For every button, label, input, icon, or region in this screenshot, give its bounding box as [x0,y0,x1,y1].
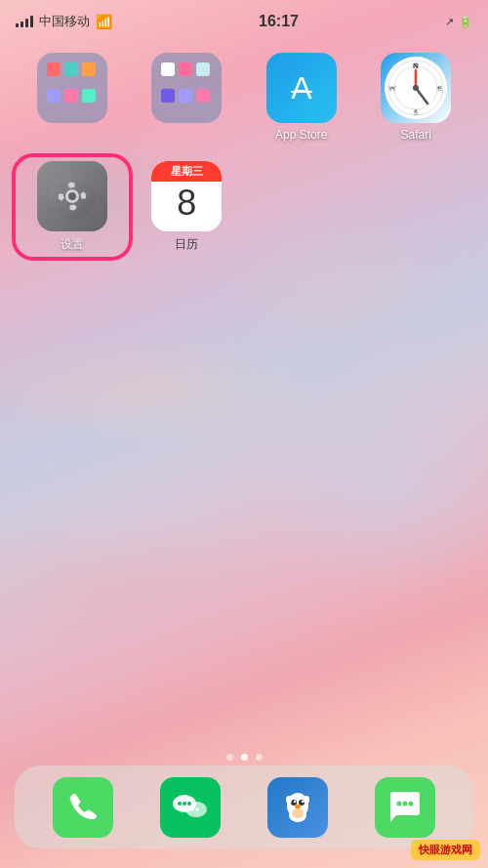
location-icon: ↗ [445,16,454,28]
wifi-icon: 📶 [96,14,112,29]
wechat-logo [169,786,212,829]
app-item-folder2[interactable] [135,53,240,142]
calendar-label: 日历 [175,236,198,253]
svg-point-31 [183,802,186,806]
safari-icon[interactable]: N S W E [381,53,451,123]
calendar-date: 8 [177,184,196,223]
qq-icon[interactable] [267,777,328,838]
svg-point-32 [187,802,191,806]
svg-point-39 [302,800,304,802]
empty-slot-2 [364,161,469,253]
wechat-icon[interactable] [160,777,221,838]
svg-point-38 [294,800,296,802]
svg-point-42 [292,808,304,818]
safari-label: Safari [401,128,431,142]
dock-item-messages[interactable] [375,777,435,838]
appstore-icon[interactable]: A [266,53,337,123]
status-left: 中国移动 📶 [16,13,112,30]
appstore-label: App Store [275,128,327,142]
watermark-text: 快眼游戏网 [419,844,472,855]
svg-point-8 [413,85,419,91]
page-dots [0,754,488,761]
messages-logo [386,789,424,826]
dot-3[interactable] [256,754,263,761]
status-right: ↗ 🔋 [445,16,472,28]
calendar-weekday: 星期三 [151,161,222,182]
clock: 16:17 [259,13,299,30]
svg-point-46 [403,801,408,806]
calendar-icon[interactable]: 星期三 8 [151,161,222,231]
svg-text:S: S [414,108,419,117]
svg-point-34 [195,807,199,811]
dot-2[interactable] [241,754,248,761]
watermark: 快眼游戏网 [411,840,480,860]
app-grid: A App Store N S W [0,43,488,263]
svg-text:A: A [291,70,312,105]
status-bar: 中国移动 📶 16:17 ↗ 🔋 [0,0,488,43]
safari-logo: N S W E [385,57,447,119]
app-item-settings[interactable]: 设置 [20,161,125,253]
dock-item-wechat[interactable] [160,777,221,838]
messages-icon[interactable] [375,777,435,838]
svg-point-43 [286,796,292,804]
empty-slot-1 [249,161,354,253]
gear-icon [49,173,96,220]
calendar-inner: 星期三 8 [151,161,222,231]
dot-1[interactable] [226,754,233,761]
svg-point-19 [68,192,76,200]
qq-logo [276,786,319,829]
app-item-calendar[interactable]: 星期三 8 日历 [135,161,240,253]
app-item-folder1[interactable] [20,53,125,142]
battery-icon: 🔋 [459,16,472,28]
phone-icon[interactable] [53,777,113,838]
svg-text:E: E [438,84,443,93]
svg-text:W: W [388,84,396,93]
svg-point-40 [295,805,301,808]
svg-point-33 [190,807,194,811]
signal-icon [16,16,33,27]
settings-icon[interactable] [37,161,107,231]
svg-point-47 [409,801,414,806]
dock-item-qq[interactable] [267,777,328,838]
carrier-label: 中国移动 [39,13,90,30]
folder1-icon[interactable] [37,53,107,123]
svg-text:N: N [413,62,419,70]
folder2-icon[interactable] [151,53,222,123]
svg-point-30 [178,802,182,806]
phone-logo [64,789,102,826]
svg-point-44 [304,796,309,804]
app-item-safari[interactable]: N S W E Safari [364,53,469,142]
svg-point-45 [397,801,402,806]
settings-label: 设置 [61,236,84,253]
dock [15,765,473,848]
dock-item-phone[interactable] [53,777,113,838]
app-item-appstore[interactable]: A App Store [249,53,354,142]
appstore-logo: A [278,64,325,111]
